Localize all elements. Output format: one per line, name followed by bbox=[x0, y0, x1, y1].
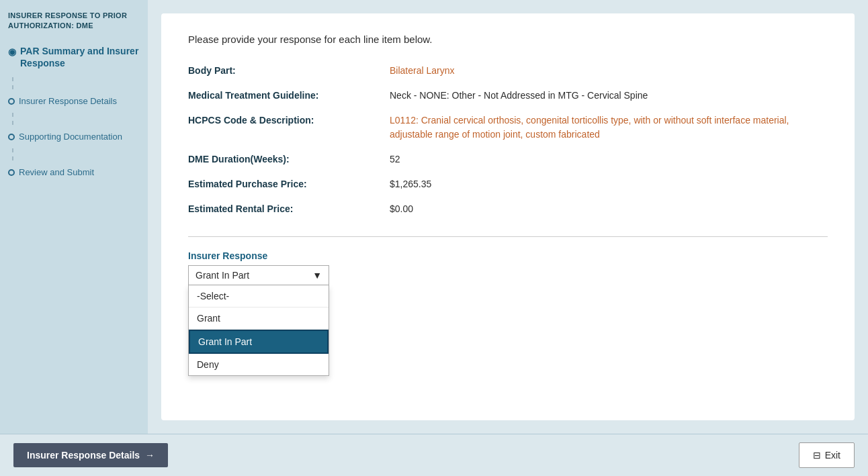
rental-price-value: $0.00 bbox=[390, 202, 828, 216]
insurer-response-dropdown[interactable]: Grant In Part ▼ bbox=[188, 265, 329, 285]
mtg-value: Neck - NONE: Other - Not Addressed in MT… bbox=[390, 89, 828, 103]
insurer-response-label: Insurer Response bbox=[188, 250, 828, 261]
sidebar-review-submit-label: Review and Submit bbox=[19, 167, 94, 177]
sidebar-insurer-details-label: Insurer Response Details bbox=[19, 96, 117, 106]
body-part-value: Bilateral Larynx bbox=[390, 64, 828, 78]
insurer-response-section: Insurer Response Grant In Part ▼ -Select… bbox=[188, 250, 828, 285]
sidebar-supporting-docs-label: Supporting Documentation bbox=[19, 132, 122, 142]
dropdown-selected-value: Grant In Part bbox=[196, 270, 249, 281]
exit-icon: ⊟ bbox=[813, 450, 821, 461]
page-instruction: Please provide your response for each li… bbox=[188, 34, 828, 45]
next-button[interactable]: Insurer Response Details → bbox=[13, 443, 168, 467]
rental-price-label: Estimated Rental Price: bbox=[188, 202, 376, 216]
bottom-bar: Insurer Response Details → ⊟ Exit bbox=[0, 434, 868, 476]
sidebar-item-review-submit[interactable]: Review and Submit bbox=[8, 166, 140, 179]
dropdown-option-grant[interactable]: Grant bbox=[189, 307, 329, 330]
exit-label: Exit bbox=[825, 450, 840, 461]
active-dot-icon: ◉ bbox=[8, 46, 16, 58]
sidebar-divider-3 bbox=[12, 148, 140, 160]
dropdown-menu: -Select- Grant Grant In Part Deny bbox=[188, 285, 329, 376]
sidebar-divider-2 bbox=[12, 113, 140, 125]
purchase-price-value: $1,265.35 bbox=[390, 177, 828, 191]
chevron-down-icon: ▼ bbox=[312, 270, 322, 281]
section-divider bbox=[188, 236, 828, 237]
sidebar-item-insurer-response-details[interactable]: Insurer Response Details bbox=[8, 95, 140, 107]
purchase-price-label: Estimated Purchase Price: bbox=[188, 177, 376, 191]
circle-icon-2 bbox=[8, 134, 15, 140]
sidebar-item-par-summary[interactable]: ◉ PAR Summary and Insurer Response bbox=[8, 42, 140, 72]
sidebar-par-summary-label: PAR Summary and Insurer Response bbox=[20, 45, 140, 69]
sidebar-item-supporting-documentation[interactable]: Supporting Documentation bbox=[8, 130, 140, 143]
content-area: Please provide your response for each li… bbox=[148, 0, 868, 434]
sidebar-divider-1 bbox=[12, 77, 140, 89]
dme-duration-label: DME Duration(Weeks): bbox=[188, 152, 376, 166]
dropdown-option-grant-in-part[interactable]: Grant In Part bbox=[189, 330, 329, 354]
dme-duration-value: 52 bbox=[390, 152, 828, 166]
hcpcs-label: HCPCS Code & Description: bbox=[188, 113, 376, 142]
sidebar: INSURER RESPONSE TO PRIOR AUTHORIZATION:… bbox=[0, 0, 148, 434]
next-button-label: Insurer Response Details bbox=[27, 450, 140, 461]
dropdown-option-deny[interactable]: Deny bbox=[189, 354, 329, 375]
insurer-response-dropdown-container: Grant In Part ▼ -Select- Grant Grant In … bbox=[188, 265, 329, 285]
dropdown-option-select[interactable]: -Select- bbox=[189, 285, 329, 307]
mtg-label: Medical Treatment Guideline: bbox=[188, 89, 376, 103]
body-part-label: Body Part: bbox=[188, 64, 376, 78]
content-card: Please provide your response for each li… bbox=[161, 13, 855, 420]
sidebar-title: INSURER RESPONSE TO PRIOR AUTHORIZATION:… bbox=[8, 11, 140, 32]
hcpcs-value: L0112: Cranial cervical orthosis, congen… bbox=[390, 113, 828, 142]
arrow-right-icon: → bbox=[145, 450, 155, 461]
exit-button[interactable]: ⊟ Exit bbox=[799, 442, 855, 468]
circle-icon-3 bbox=[8, 169, 15, 176]
circle-icon-1 bbox=[8, 98, 15, 105]
field-grid: Body Part: Bilateral Larynx Medical Trea… bbox=[188, 64, 828, 216]
